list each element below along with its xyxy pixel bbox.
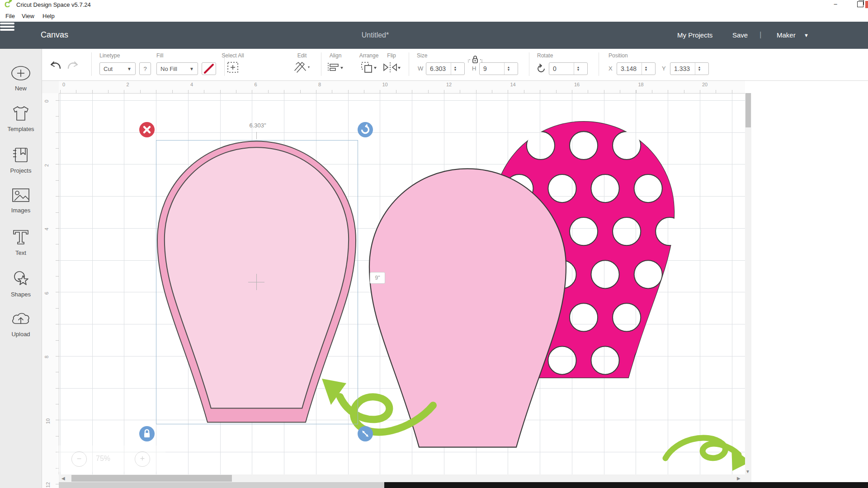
- my-projects-link[interactable]: My Projects: [677, 31, 712, 39]
- menu-view[interactable]: View: [19, 12, 37, 20]
- position-label: Position: [609, 52, 628, 59]
- vertical-scrollbar[interactable]: ▼: [745, 93, 751, 482]
- rotate-handle[interactable]: [358, 122, 373, 137]
- size-height-input[interactable]: [480, 63, 504, 75]
- window-title: Cricut Design Space v5.7.24: [16, 1, 91, 8]
- vertical-ruler: 024681012: [42, 93, 59, 488]
- sidebar-item-projects[interactable]: Projects: [0, 146, 42, 174]
- size-width-stepper[interactable]: ▲▼: [451, 63, 459, 75]
- sidebar-item-images[interactable]: Images: [0, 187, 42, 214]
- size-height-input-group: ▲▼: [479, 62, 518, 75]
- menu-bar: File View Help: [0, 10, 868, 22]
- rotate-label: Rotate: [537, 52, 553, 59]
- edit-toolbar: Linetype Cut▼ ? Fill No Fill▼ Select All…: [42, 49, 868, 81]
- ruler-tick-label: 8: [44, 356, 49, 358]
- close-icon: [139, 122, 155, 137]
- ruler-tick-label: 8: [318, 82, 321, 87]
- fill-dropdown[interactable]: No Fill▼: [156, 62, 198, 75]
- ruler-tick-label: 12: [446, 82, 452, 87]
- chevron-down-icon: ▼: [804, 33, 809, 38]
- scroll-down-icon[interactable]: ▼: [745, 469, 750, 474]
- lock-handle[interactable]: [139, 426, 155, 441]
- sidebar-item-upload[interactable]: Upload: [0, 311, 42, 338]
- align-icon: [326, 61, 344, 73]
- undo-icon[interactable]: [50, 61, 61, 71]
- position-y-label: Y: [662, 65, 666, 72]
- ruler-tick-label: 0: [62, 82, 65, 87]
- scroll-left-icon[interactable]: ◀: [61, 476, 65, 481]
- sidebar-item-text[interactable]: Text: [0, 229, 42, 256]
- upload-icon: [10, 311, 31, 327]
- linetype-help-button[interactable]: ?: [139, 62, 151, 75]
- petal-shape-middle[interactable]: [368, 164, 567, 451]
- flip-button[interactable]: Flip: [377, 52, 406, 73]
- position-y-input[interactable]: [670, 63, 695, 75]
- position-y-input-group: ▲▼: [670, 62, 709, 75]
- selection-width-tick: [256, 132, 257, 139]
- header-divider: |: [760, 30, 761, 39]
- rotate-stepper[interactable]: ▲▼: [574, 63, 582, 75]
- save-link[interactable]: Save: [732, 31, 748, 39]
- position-x-input[interactable]: [617, 63, 642, 75]
- page-title: Canvas: [41, 30, 68, 40]
- zoom-in-button[interactable]: +: [135, 451, 150, 467]
- position-y-stepper[interactable]: ▲▼: [695, 63, 703, 75]
- rotate-input-group: ▲▼: [549, 62, 588, 75]
- toolbar-divider: [529, 52, 529, 76]
- window-close-button[interactable]: [865, 1, 868, 8]
- lock-icon: [139, 426, 155, 441]
- projects-icon: [11, 146, 31, 164]
- position-x-stepper[interactable]: ▲▼: [642, 63, 650, 75]
- vertical-scrollbar-thumb[interactable]: [745, 93, 751, 127]
- ruler-tick-label: 16: [574, 82, 580, 87]
- hamburger-menu-icon[interactable]: [0, 22, 15, 32]
- document-title[interactable]: Untitled*: [316, 31, 434, 39]
- horizontal-scrollbar-thumb[interactable]: [71, 475, 232, 482]
- resize-diagonal-icon: [358, 426, 373, 441]
- select-all-icon: [227, 61, 239, 73]
- ruler-tick-label: 18: [638, 82, 644, 87]
- menu-file[interactable]: File: [3, 12, 18, 20]
- menu-help[interactable]: Help: [40, 12, 57, 20]
- select-all-button[interactable]: Select All: [218, 52, 248, 73]
- redo-icon[interactable]: [67, 61, 79, 71]
- linetype-dropdown[interactable]: Cut▼: [99, 62, 136, 75]
- toolbar-divider: [599, 52, 599, 76]
- size-width-input[interactable]: [426, 63, 451, 75]
- chevron-down-icon: ▼: [189, 66, 194, 71]
- images-icon: [11, 187, 31, 203]
- flip-icon: [382, 61, 401, 73]
- chevron-down-icon: ▼: [127, 66, 132, 71]
- horizontal-scrollbar[interactable]: ◀ ▶: [59, 474, 745, 482]
- size-height-stepper[interactable]: ▲▼: [504, 63, 513, 75]
- edit-button[interactable]: Edit: [289, 52, 315, 73]
- delete-handle[interactable]: [139, 122, 155, 137]
- ruler-tick-label: 20: [702, 82, 708, 87]
- fill-color-swatch[interactable]: [202, 62, 216, 75]
- linetype-label: Linetype: [99, 52, 120, 59]
- sidebar-item-shapes[interactable]: Shapes: [0, 270, 42, 298]
- resize-handle[interactable]: [358, 426, 373, 441]
- ruler-tick-label: 14: [510, 82, 516, 87]
- zoom-out-button[interactable]: −: [71, 451, 87, 467]
- toolbar-divider: [321, 52, 321, 76]
- toolbar-divider: [91, 52, 92, 76]
- selection-center-crosshair: [256, 274, 257, 290]
- edit-icon: [293, 61, 311, 73]
- ruler-tick-label: 4: [190, 82, 193, 87]
- rotate-input[interactable]: [549, 63, 574, 75]
- sidebar-item-templates[interactable]: Templates: [0, 105, 42, 132]
- new-icon: [10, 65, 31, 81]
- selection-height-label: 9": [370, 272, 385, 284]
- taskbar-strip-dark: [384, 482, 868, 488]
- size-label: Size: [417, 52, 427, 59]
- sidebar-item-new[interactable]: New: [0, 65, 42, 92]
- window-restore-button[interactable]: [857, 1, 863, 7]
- ruler-tick-label: 2: [44, 164, 49, 166]
- align-button[interactable]: Align: [323, 52, 348, 73]
- scroll-right-icon[interactable]: ▶: [737, 476, 741, 481]
- ruler-tick-label: 2: [127, 82, 129, 87]
- window-minimize-button[interactable]: –: [832, 2, 839, 8]
- machine-selector[interactable]: Maker: [777, 31, 796, 39]
- zoom-level: 75%: [96, 455, 110, 463]
